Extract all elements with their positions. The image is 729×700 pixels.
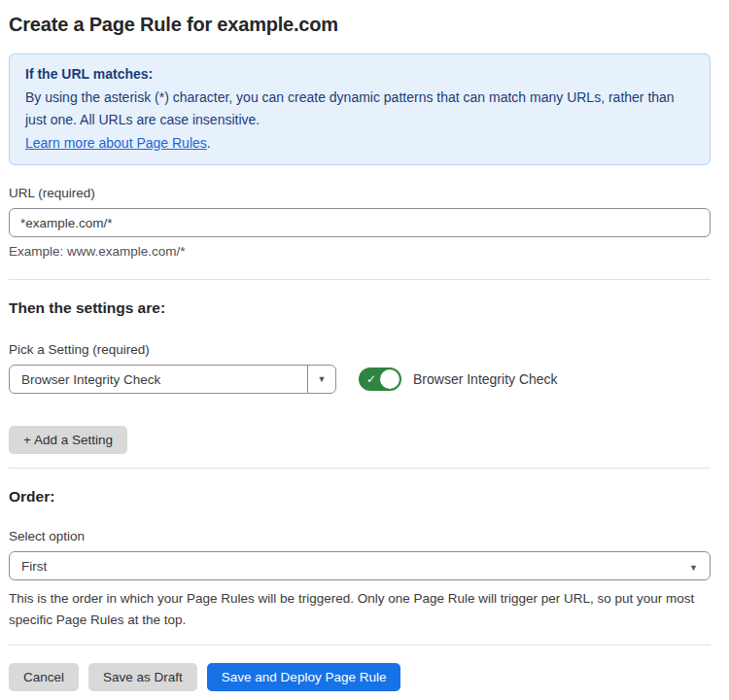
settings-heading: Then the settings are:	[9, 299, 711, 317]
url-match-info-box: If the URL matches: By using the asteris…	[9, 53, 711, 165]
add-setting-button[interactable]: + Add a Setting	[9, 426, 127, 454]
setting-select-value: Browser Integrity Check	[10, 372, 307, 387]
chevron-down-icon: ▼	[318, 374, 327, 384]
setting-select-arrow-button[interactable]: ▼	[307, 366, 335, 393]
divider-url-settings	[9, 279, 711, 280]
order-description: This is the order in which your Page Rul…	[9, 588, 709, 631]
order-select-label: Select option	[9, 529, 711, 543]
setting-select[interactable]: Browser Integrity Check ▼	[9, 365, 336, 394]
order-select-value: First	[10, 559, 689, 574]
save-as-draft-button[interactable]: Save as Draft	[88, 663, 197, 691]
learn-more-link[interactable]: Learn more about Page Rules	[25, 135, 207, 151]
url-example-hint: Example: www.example.com/*	[9, 244, 711, 259]
info-box-body: By using the asterisk (*) character, you…	[25, 87, 694, 132]
info-box-heading: If the URL matches:	[25, 63, 694, 87]
order-chevron-down-icon: ▼	[689, 559, 710, 574]
toggle-label: Browser Integrity Check	[413, 371, 558, 387]
setting-row: Browser Integrity Check ▼ ✓ Browser Inte…	[9, 365, 711, 394]
link-suffix: .	[207, 135, 211, 151]
divider-settings-order	[9, 468, 711, 469]
footer-actions: Cancel Save as Draft Save and Deploy Pag…	[9, 663, 711, 691]
order-select[interactable]: First ▼	[9, 551, 711, 580]
url-input[interactable]	[9, 208, 711, 237]
save-and-deploy-button[interactable]: Save and Deploy Page Rule	[207, 663, 401, 691]
pick-setting-label: Pick a Setting (required)	[9, 342, 711, 357]
create-page-rule-form: Create a Page Rule for example.com If th…	[0, 0, 729, 700]
browser-integrity-check-toggle[interactable]: ✓	[359, 368, 401, 391]
cancel-button[interactable]: Cancel	[9, 663, 79, 691]
page-title: Create a Page Rule for example.com	[9, 14, 711, 36]
divider-footer	[9, 645, 711, 646]
url-label: URL (required)	[9, 186, 711, 200]
check-icon: ✓	[366, 371, 376, 387]
order-heading: Order:	[9, 488, 711, 506]
info-box-link-line: Learn more about Page Rules.	[25, 132, 694, 156]
toggle-knob	[380, 369, 399, 389]
